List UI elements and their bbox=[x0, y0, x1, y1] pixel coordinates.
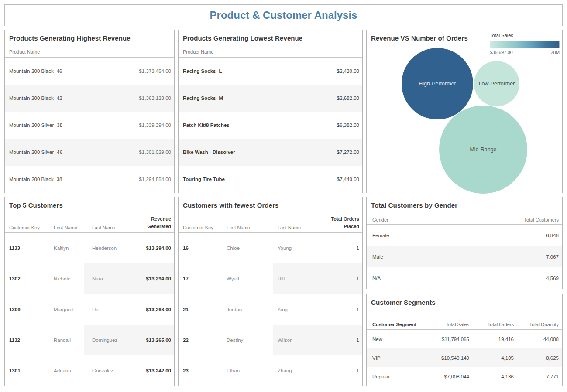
product-name-cell: Touring Tire Tube bbox=[183, 177, 225, 182]
column-header-last-name: Last Name bbox=[92, 225, 119, 230]
bubble-mid-range[interactable]: Mid-Range bbox=[439, 106, 527, 194]
total-sales-cell: $11,794,065 bbox=[421, 337, 469, 342]
bubble-high-performer[interactable]: High-Performer bbox=[402, 48, 473, 119]
column-header-customer-segment: Customer Segment bbox=[372, 322, 421, 327]
segment-cell: VIP bbox=[372, 355, 421, 361]
bubble-low-performer[interactable]: Low-Performer bbox=[474, 61, 519, 106]
table-row[interactable]: Touring Tire Tube $7,440.00 bbox=[179, 166, 362, 193]
revenue-cell: $1,373,454.00 bbox=[139, 68, 171, 74]
revenue-cell: $1,294,854.00 bbox=[139, 177, 171, 182]
panel-title: Total Customers by Gender bbox=[371, 201, 457, 209]
table-row[interactable]: 16 Chloe Young 1 bbox=[179, 233, 362, 263]
orders-cell: 1 bbox=[320, 276, 359, 281]
product-name-cell: Bike Wash - Dissolver bbox=[183, 150, 235, 155]
last-name-cell: Hill bbox=[278, 276, 320, 281]
column-header-revenue-generated: Revenue Generated bbox=[119, 215, 171, 230]
table-row[interactable]: Mountain-200 Black- 46 $1,373,454.00 bbox=[5, 58, 174, 85]
column-header-row: Product Name bbox=[5, 47, 174, 58]
product-name-cell: Mountain-200 Black- 38 bbox=[9, 177, 62, 182]
customer-key-cell: 23 bbox=[183, 368, 227, 373]
revenue-cell: $2,682.00 bbox=[337, 95, 359, 101]
gender-cell: Male bbox=[372, 254, 383, 259]
table-row[interactable]: 1302 Nichole Nara $13,294.00 bbox=[5, 263, 174, 294]
table-row[interactable]: Regular $7,008,044 4,136 7,771 bbox=[367, 367, 562, 386]
table-row[interactable]: Racing Socks- L $2,430.00 bbox=[179, 58, 362, 85]
product-name-cell: Mountain-200 Black- 42 bbox=[9, 95, 62, 101]
bubble-label: Mid-Range bbox=[470, 147, 496, 153]
first-name-cell: Wyatt bbox=[227, 276, 278, 281]
table-row[interactable]: Mountain-200 Black- 38 $1,294,854.00 bbox=[5, 166, 174, 193]
panel-title: Customer Segments bbox=[371, 299, 436, 306]
customer-key-cell: 17 bbox=[183, 276, 227, 281]
total-customers-cell: 4,569 bbox=[546, 276, 559, 281]
total-orders-cell: 19,416 bbox=[469, 337, 514, 342]
first-name-cell: Randall bbox=[54, 337, 92, 343]
table-row[interactable]: 1301 Adriana Gonzalez $13,242.00 bbox=[5, 355, 174, 386]
table-row[interactable]: N/A 4,569 bbox=[367, 267, 562, 289]
product-name-cell: Mountain-200 Silver- 38 bbox=[9, 123, 62, 128]
table-row[interactable]: 22 Destiny Wilson 1 bbox=[179, 325, 362, 355]
panel-lowest-revenue: Products Generating Lowest Revenue Produ… bbox=[178, 30, 363, 193]
table-row[interactable]: VIP $10,549,149 4,105 8,625 bbox=[367, 348, 562, 367]
product-name-cell: Mountain-200 Silver- 46 bbox=[9, 150, 62, 155]
revenue-cell: $2,430.00 bbox=[337, 68, 359, 74]
table-row[interactable]: Patch Kit/8 Patches $6,382.00 bbox=[179, 112, 362, 139]
table-row[interactable]: 1133 Kaitlyn Henderson $13,294.00 bbox=[5, 233, 174, 263]
table-body: 1133 Kaitlyn Henderson $13,294.00 1302 N… bbox=[5, 233, 174, 386]
revenue-cell: $13,294.00 bbox=[119, 276, 171, 281]
revenue-cell: $1,339,394.00 bbox=[139, 123, 171, 128]
segment-cell: Regular bbox=[372, 374, 421, 379]
total-customers-cell: 7,067 bbox=[546, 254, 559, 259]
customer-key-cell: 22 bbox=[183, 337, 227, 343]
product-name-cell: Racing Socks- M bbox=[183, 95, 223, 101]
table-row[interactable]: Female 6,848 bbox=[367, 225, 562, 246]
table-row[interactable]: 23 Ethan Zhang 1 bbox=[179, 355, 362, 386]
column-header-total-quantity: Total Quantity bbox=[514, 322, 559, 327]
column-header-total-orders-placed: Total Orders Placed bbox=[320, 215, 359, 230]
table-row[interactable]: 1132 Randall Dominguez $13,265.00 bbox=[5, 325, 174, 355]
table-row[interactable]: Mountain-200 Black- 42 $1,363,128.00 bbox=[5, 85, 174, 112]
total-quantity-cell: 8,625 bbox=[514, 355, 559, 361]
table-row[interactable]: 1309 Margaret He $13,268.00 bbox=[5, 294, 174, 324]
total-orders-cell: 4,136 bbox=[469, 374, 514, 379]
table-row[interactable]: Mountain-200 Silver- 46 $1,301,029.00 bbox=[5, 139, 174, 166]
dashboard-title: Product & Customer Analysis bbox=[5, 5, 562, 25]
orders-cell: 1 bbox=[320, 337, 359, 343]
last-name-cell: Zhang bbox=[278, 368, 320, 373]
segment-cell: New bbox=[372, 337, 421, 342]
table-row[interactable]: Mountain-200 Silver- 38 $1,339,394.00 bbox=[5, 112, 174, 139]
table-body: New $11,794,065 19,416 44,008 VIP $10,54… bbox=[367, 330, 562, 386]
table-row[interactable]: 17 Wyatt Hill 1 bbox=[179, 263, 362, 294]
revenue-cell: $1,363,128.00 bbox=[139, 95, 171, 101]
first-name-cell: Destiny bbox=[227, 337, 278, 343]
panel-title: Top 5 Customers bbox=[9, 201, 63, 209]
first-name-cell: Jordan bbox=[227, 307, 278, 312]
table-body: Mountain-200 Black- 46 $1,373,454.00 Mou… bbox=[5, 58, 174, 193]
panel-title: Customers with fewest Orders bbox=[183, 201, 279, 209]
revenue-cell: $13,294.00 bbox=[119, 245, 171, 251]
revenue-cell: $13,268.00 bbox=[119, 307, 171, 312]
customer-key-cell: 16 bbox=[183, 245, 227, 251]
last-name-cell: Wilson bbox=[278, 337, 320, 343]
table-row[interactable]: Racing Socks- M $2,682.00 bbox=[179, 85, 362, 112]
revenue-cell: $13,265.00 bbox=[119, 337, 171, 343]
table-row[interactable]: Bike Wash - Dissolver $7,272.00 bbox=[179, 139, 362, 166]
last-name-cell: Dominguez bbox=[92, 337, 119, 343]
column-header-row: Customer Key First Name Last Name Total … bbox=[179, 212, 362, 233]
customer-key-cell: 1133 bbox=[9, 245, 54, 251]
table-row[interactable]: 21 Jordan King 1 bbox=[179, 294, 362, 324]
gender-cell: N/A bbox=[372, 276, 381, 281]
orders-cell: 1 bbox=[320, 368, 359, 373]
column-header-row: Product Name bbox=[179, 47, 362, 58]
table-row[interactable]: New $11,794,065 19,416 44,008 bbox=[367, 330, 562, 348]
column-header-first-name: First Name bbox=[54, 225, 92, 230]
table-body: 16 Chloe Young 1 17 Wyatt Hill 1 21 Jord… bbox=[179, 233, 362, 386]
panel-title: Products Generating Highest Revenue bbox=[9, 34, 131, 42]
customer-key-cell: 1132 bbox=[9, 337, 54, 343]
table-row[interactable]: Male 7,067 bbox=[367, 246, 562, 267]
product-name-cell: Mountain-200 Black- 46 bbox=[9, 68, 62, 74]
customer-key-cell: 1301 bbox=[9, 368, 54, 373]
revenue-cell: $1,301,029.00 bbox=[139, 150, 171, 155]
first-name-cell: Chloe bbox=[227, 245, 278, 251]
last-name-cell: King bbox=[278, 307, 320, 312]
